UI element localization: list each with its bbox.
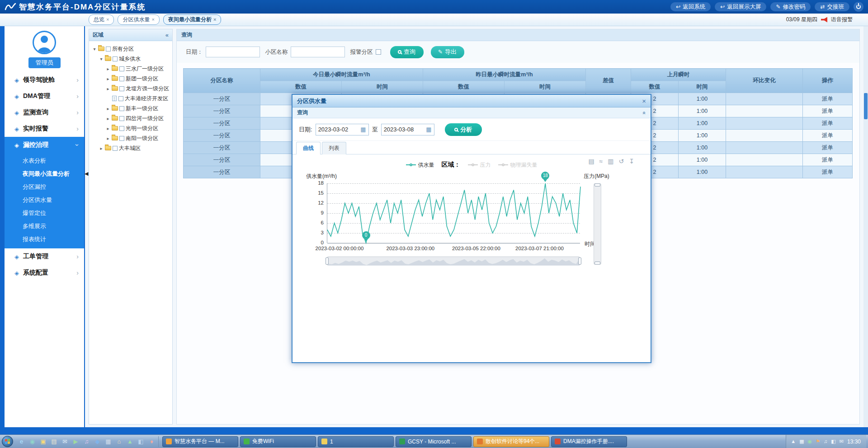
data-view-icon[interactable]: ▤ [588,158,594,164]
folder-icon[interactable]: ▣ [38,437,48,446]
legend-item[interactable]: 物理漏失量 [498,161,538,169]
date-input[interactable] [206,47,260,57]
taskbar-task-button[interactable]: 散创软件讨论等94个... [473,436,549,447]
tree-node[interactable]: 大丰港经济开发区 [90,93,171,103]
tree-node-label[interactable]: 大丰城区 [119,145,141,152]
tree-node[interactable]: ▸三水厂一级分区 [90,64,171,74]
open-tab[interactable]: 分区供水量× [118,14,159,25]
tree-node[interactable]: ▸新团一级分区 [90,74,171,84]
pin-icon[interactable]: ♦ [147,437,156,446]
clock[interactable]: 13:30 [847,439,861,445]
dispatch-action[interactable]: 派单 [803,166,853,178]
calendar-icon[interactable]: ▦ [360,126,366,133]
tab-curve[interactable]: 曲线 [296,142,321,154]
tree-checkbox[interactable] [118,96,123,101]
sidebar-item[interactable]: ◈漏控治理› [5,137,84,153]
ie-icon[interactable]: e [17,437,26,446]
dispatch-action[interactable]: 派单 [803,93,853,105]
tab-close-icon[interactable]: × [213,17,216,22]
volume-icon[interactable]: ♫ [824,439,827,444]
tree-expand-icon[interactable]: ▸ [105,66,111,71]
pressure-axis-zoom[interactable] [594,183,601,265]
date-to-input[interactable]: 2023-03-08 ▦ [381,124,434,135]
bar-chart-icon[interactable]: ▥ [608,158,613,164]
tree-node[interactable]: ▾所有分区 [90,44,171,54]
voice-alarm-label[interactable]: 语音报警 [831,16,853,23]
ime-icon[interactable]: ▦ [799,439,804,444]
calendar-icon[interactable]: ▦ [426,126,431,133]
tree-expand-icon[interactable]: ▸ [105,106,111,111]
download-icon[interactable]: ↧ [629,158,634,164]
datazoom-handle[interactable] [578,257,581,265]
power-button[interactable] [854,2,863,12]
datazoom-handle[interactable] [594,183,600,187]
media-player-icon[interactable]: ▶ [71,437,80,446]
tree-expand-icon[interactable]: ▸ [99,146,104,151]
tree-node[interactable]: ▸四岔河一级分区 [90,113,171,123]
tree-node-label[interactable]: 光明一级分区 [126,125,158,132]
tree-node[interactable]: ▸南阳一级分区 [90,133,171,143]
topbar-button[interactable]: ↩返回展示大屏 [715,2,766,11]
community-input[interactable] [291,47,345,57]
alarm-partition-checkbox[interactable] [376,49,381,55]
tools-icon[interactable]: ▦ [104,437,113,446]
tree-expand-icon[interactable]: ▸ [105,76,111,81]
dispatch-action[interactable]: 派单 [803,130,853,142]
tree-checkbox[interactable] [119,106,124,111]
scrollbar-thumb[interactable] [864,93,868,119]
sidebar-item[interactable]: ◈监测查询› [5,104,84,121]
taskbar-task-button[interactable]: DMA漏控操作手册.... [551,436,627,447]
tab-close-icon[interactable]: × [106,17,109,22]
submenu-item[interactable]: 分区供水量 [5,193,84,206]
tree-node-label[interactable]: 三水厂一级分区 [126,65,164,73]
sidebar-item[interactable]: ◈领导驾驶舱› [5,72,84,88]
submenu-item[interactable]: 报表统计 [5,233,84,246]
dispatch-action[interactable]: 派单 [803,117,853,130]
topbar-button[interactable]: ⇄交接班 [815,2,849,11]
search-button[interactable]: 查询 [390,46,424,58]
tree-checkbox[interactable] [119,86,124,91]
submenu-item[interactable]: 夜间最小流量分析 [5,167,84,180]
mail-icon[interactable]: ✉ [60,437,70,446]
sidebar-item[interactable]: ◈DMA管理› [5,88,84,104]
export-button[interactable]: ✎ 导出 [431,46,464,58]
legend-item[interactable]: 压力 [468,161,491,169]
monitor-icon[interactable]: ◧ [136,437,146,446]
analyze-button[interactable]: 分析 [445,123,482,136]
sidebar-item[interactable]: ◈实时报警› [5,121,84,137]
page-scrollbar[interactable] [863,26,868,427]
tree-checkbox[interactable] [119,136,124,141]
dispatch-action[interactable]: 派单 [803,142,853,154]
network-tray-icon[interactable]: ◧ [831,439,835,444]
alert-tray-icon[interactable]: ⚑ [816,439,820,444]
topbar-button[interactable]: ✎修改密码 [770,2,811,11]
mail-tray-icon[interactable]: ✉ [840,439,844,444]
taskbar-task-button[interactable]: 1 [318,436,394,447]
dispatch-action[interactable]: 派单 [803,105,853,117]
dialog-titlebar[interactable]: 分区供水量 × [292,95,651,107]
taskbar-task-button[interactable]: 免费WiFi [240,436,316,447]
datazoom-slider[interactable] [327,257,580,266]
tree-node-label[interactable]: 新团一级分区 [126,75,158,83]
tree-node-label[interactable]: 南阳一级分区 [126,135,158,142]
tree-expand-icon[interactable]: ▸ [105,126,111,131]
tree-node-label[interactable]: 龙堤方强一级分区 [126,85,169,93]
tree-checkbox[interactable] [119,76,124,81]
network-icon[interactable]: ◉ [28,437,37,446]
tab-close-icon[interactable]: × [151,17,154,22]
tree-checkbox[interactable] [106,47,111,51]
submenu-item[interactable]: 多维展示 [5,219,84,233]
home-icon[interactable]: ⌂ [114,437,124,446]
tree-checkbox[interactable] [119,126,124,131]
tree-expand-icon[interactable]: ▸ [105,116,111,121]
collapse-section-icon[interactable]: « [642,111,648,114]
legend-item[interactable]: 供水量 [406,161,434,169]
datazoom-handle[interactable] [326,257,329,265]
tree-node-label[interactable]: 大丰港经济开发区 [125,95,168,103]
taskbar-task-button[interactable]: 智慧水务平台 — M... [162,436,238,447]
tree-expand-icon[interactable]: ▾ [92,47,97,51]
open-tab[interactable]: 夜间最小流量分析× [163,14,221,25]
tree-node[interactable]: ▸新丰一级分区 [90,103,171,113]
taskbar-task-button[interactable]: GCSY - Microsoft ... [396,436,472,447]
tree-node-label[interactable]: 新丰一级分区 [126,105,158,112]
